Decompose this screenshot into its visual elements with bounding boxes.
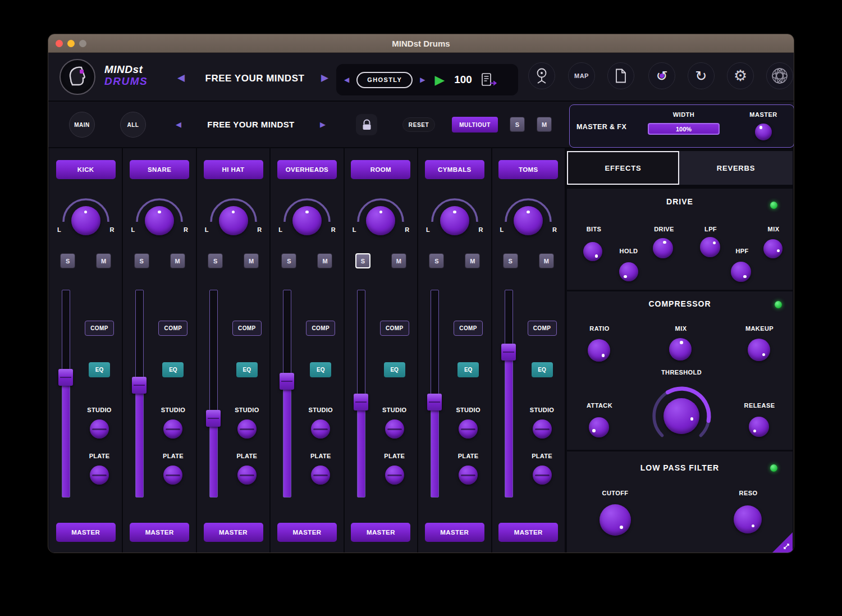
mute-button[interactable]: M [244, 253, 259, 268]
fader-thumb[interactable] [280, 373, 294, 390]
main-view-button[interactable]: MAIN [69, 112, 95, 138]
pan-knob[interactable] [292, 206, 322, 235]
pan-knob[interactable] [514, 206, 543, 235]
master-volume-knob[interactable] [755, 124, 772, 140]
channel-name-button[interactable]: ROOM [351, 160, 410, 179]
studio-send-knob[interactable] [459, 419, 478, 439]
channel-master-button[interactable]: MASTER [204, 523, 263, 542]
beater-button[interactable] [528, 62, 555, 89]
plate-send-knob[interactable] [311, 466, 330, 485]
drive-mix-knob[interactable] [763, 239, 782, 258]
solo-button[interactable]: S [281, 253, 296, 268]
midi-drag-icon[interactable] [481, 72, 497, 87]
channel-master-button[interactable]: MASTER [277, 523, 337, 542]
solo-button[interactable]: S [208, 253, 223, 268]
compressor-enabled-led[interactable] [775, 301, 782, 308]
drive-knob[interactable] [653, 238, 673, 258]
channel-name-button[interactable]: OVERHEADS [277, 160, 337, 179]
fader-thumb[interactable] [427, 394, 442, 410]
fader-thumb[interactable] [354, 394, 368, 410]
toolbar-preset-next-button[interactable]: ▶ [320, 120, 326, 129]
tab-effects[interactable]: EFFECTS [567, 151, 679, 185]
volume-fader[interactable] [357, 290, 365, 498]
pan-control[interactable] [132, 194, 186, 235]
reso-knob[interactable] [734, 505, 762, 533]
preset-next-button[interactable]: ▶ [321, 72, 328, 84]
lock-button[interactable] [356, 114, 377, 135]
bits-knob[interactable] [583, 242, 602, 261]
mindst-globe-button[interactable] [766, 62, 793, 89]
fader-thumb[interactable] [501, 344, 516, 361]
mute-button[interactable]: M [465, 253, 480, 268]
pan-knob[interactable] [440, 206, 469, 235]
tempo-value[interactable]: 100 [454, 74, 472, 86]
plate-send-knob[interactable] [459, 466, 478, 485]
solo-button[interactable]: S [429, 253, 444, 268]
eq-button[interactable]: EQ [384, 362, 405, 377]
channel-master-button[interactable]: MASTER [56, 523, 116, 542]
volume-fader[interactable] [283, 290, 291, 498]
plate-send-knob[interactable] [533, 466, 552, 485]
kit-prev-button[interactable]: ◀ [344, 76, 349, 84]
ratio-knob[interactable] [588, 339, 610, 362]
studio-send-knob[interactable] [90, 419, 109, 439]
channel-name-button[interactable]: TOMS [498, 160, 558, 179]
kit-name-pill[interactable]: GHOSTLY [356, 72, 413, 88]
comp-button[interactable]: COMP [454, 321, 483, 336]
plate-send-knob[interactable] [237, 466, 257, 485]
all-view-button[interactable]: ALL [120, 112, 146, 138]
reset-button[interactable]: RESET [402, 117, 435, 132]
lpf-knob[interactable] [700, 237, 720, 257]
mute-button[interactable]: M [391, 253, 406, 268]
solo-button[interactable]: S [60, 253, 75, 268]
solo-button[interactable]: S [503, 253, 518, 268]
minimize-window-button[interactable] [67, 40, 75, 47]
fader-thumb[interactable] [58, 369, 73, 386]
undo-button[interactable]: ↺ [648, 62, 675, 89]
comp-button[interactable]: COMP [85, 321, 114, 336]
settings-button[interactable]: ⚙ [727, 62, 754, 89]
plate-send-knob[interactable] [90, 466, 109, 485]
cutoff-knob[interactable] [600, 504, 631, 536]
comp-button[interactable]: COMP [232, 321, 262, 336]
map-button[interactable]: MAP [568, 62, 595, 89]
pan-knob[interactable] [366, 206, 395, 235]
channel-name-button[interactable]: SNARE [130, 160, 189, 179]
import-file-button[interactable] [607, 62, 634, 89]
channel-master-button[interactable]: MASTER [351, 523, 410, 542]
toolbar-preset-prev-button[interactable]: ◀ [176, 120, 181, 129]
volume-fader[interactable] [209, 290, 218, 498]
pan-control[interactable] [428, 194, 482, 235]
pan-control[interactable] [207, 194, 260, 235]
attack-knob[interactable] [589, 417, 609, 437]
pan-control[interactable] [280, 194, 334, 235]
channel-master-button[interactable]: MASTER [425, 523, 484, 542]
solo-button[interactable]: S [134, 253, 149, 268]
eq-button[interactable]: EQ [457, 362, 479, 377]
channel-master-button[interactable]: MASTER [130, 523, 189, 542]
comp-button[interactable]: COMP [306, 321, 335, 336]
studio-send-knob[interactable] [311, 419, 330, 439]
play-button[interactable]: ▶ [434, 74, 445, 86]
pan-control[interactable] [59, 194, 113, 235]
threshold-knob[interactable] [663, 398, 699, 434]
channel-name-button[interactable]: KICK [56, 160, 116, 179]
eq-button[interactable]: EQ [310, 362, 331, 377]
channel-name-button[interactable]: CYMBALS [425, 160, 484, 179]
kit-next-button[interactable]: ▶ [420, 76, 425, 84]
makeup-knob[interactable] [748, 339, 770, 361]
channel-name-button[interactable]: HI HAT [204, 160, 263, 179]
fader-thumb[interactable] [132, 377, 147, 394]
solo-button[interactable]: S [355, 253, 370, 268]
pan-control[interactable] [354, 194, 408, 235]
release-knob[interactable] [749, 417, 769, 437]
volume-fader[interactable] [135, 290, 144, 498]
comp-button[interactable]: COMP [380, 321, 409, 336]
comp-button[interactable]: COMP [158, 321, 187, 336]
global-mute-button[interactable]: M [537, 117, 552, 132]
close-window-button[interactable] [56, 40, 63, 47]
pan-knob[interactable] [219, 206, 248, 235]
fader-thumb[interactable] [206, 410, 221, 427]
plate-send-knob[interactable] [385, 466, 404, 485]
eq-button[interactable]: EQ [532, 362, 553, 377]
